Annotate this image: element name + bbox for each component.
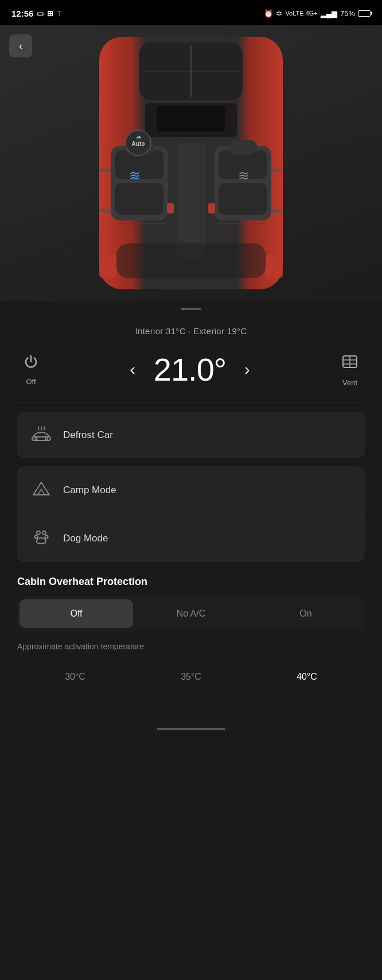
temp-option-35[interactable]: 35°C — [167, 667, 215, 687]
off-label: Off — [26, 377, 36, 386]
temp-decrease-button[interactable]: ‹ — [125, 361, 139, 379]
defrost-label: Defrost Car — [63, 429, 113, 441]
defrost-item[interactable]: Defrost Car — [17, 412, 365, 458]
svg-rect-26 — [266, 255, 283, 278]
modes-card: Camp Mode Dog Mode — [17, 466, 365, 562]
svg-rect-16 — [208, 203, 215, 214]
temperature-value: 21.0° — [154, 351, 226, 388]
svg-text:☁: ☁ — [135, 133, 142, 140]
scroll-indicator — [0, 301, 382, 315]
back-chevron-icon: ‹ — [19, 40, 22, 52]
dog-mode-item[interactable]: Dog Mode — [17, 514, 365, 562]
bluetooth-icon: ✲ — [276, 9, 282, 18]
svg-rect-28 — [100, 209, 111, 212]
gallery-icon: ⊞ — [47, 9, 53, 18]
svg-rect-15 — [167, 203, 174, 214]
svg-text:≋: ≋ — [238, 168, 250, 183]
svg-rect-30 — [271, 209, 282, 212]
svg-rect-29 — [271, 169, 282, 172]
overheat-option-on[interactable]: On — [249, 599, 362, 628]
temp-option-30[interactable]: 30°C — [51, 667, 99, 687]
svg-point-38 — [37, 531, 40, 534]
svg-rect-14 — [228, 140, 257, 154]
activation-label: Approximate activation temperature — [17, 642, 365, 651]
power-off-button[interactable]: Off — [23, 354, 39, 386]
temp-increase-button[interactable]: › — [240, 361, 254, 379]
svg-rect-25 — [99, 255, 116, 278]
temp-info-text: Interior 31°C · Exterior 19°C — [135, 326, 247, 336]
dog-label: Dog Mode — [63, 533, 108, 544]
tesla-icon: T — [57, 9, 61, 18]
battery-icon — [358, 10, 371, 17]
camp-icon — [31, 479, 52, 501]
overheat-option-off[interactable]: Off — [20, 599, 133, 628]
alarm-icon: ⏰ — [264, 9, 273, 18]
battery-percent: 75% — [340, 9, 355, 18]
svg-rect-9 — [115, 183, 163, 215]
temp-adjuster: ‹ 21.0° › — [125, 351, 254, 388]
svg-rect-6 — [157, 106, 225, 131]
vent-label: Vent — [342, 378, 357, 387]
separator-1 — [17, 402, 365, 402]
svg-text:Auto: Auto — [132, 141, 145, 147]
vent-button[interactable]: Vent — [341, 353, 359, 387]
car-image-area: ‹ — [0, 25, 382, 301]
svg-point-39 — [42, 531, 46, 534]
svg-point-40 — [35, 536, 38, 539]
temp-options: 30°C 35°C 40°C — [17, 663, 365, 696]
svg-point-37 — [45, 437, 48, 440]
defrost-card: Defrost Car — [17, 412, 365, 458]
dog-icon — [31, 527, 52, 549]
camp-label: Camp Mode — [63, 485, 116, 496]
back-button[interactable]: ‹ — [9, 34, 32, 57]
overheat-option-noac[interactable]: No A/C — [134, 599, 248, 628]
svg-point-36 — [35, 437, 37, 440]
home-bar — [157, 728, 225, 730]
wifi-bars-icon: ▂▄▆ — [321, 9, 337, 18]
home-indicator — [0, 719, 382, 735]
status-right: ⏰ ✲ VoLTE 4G+ ▂▄▆ 75% — [264, 9, 371, 18]
status-bar: 12:56 ▭ ⊞ T ⏰ ✲ VoLTE 4G+ ▂▄▆ 75% — [0, 0, 382, 25]
defrost-icon — [31, 424, 52, 446]
phone-icon: ▭ — [37, 9, 44, 18]
car-visual: ≋ ≋ ☁ Auto — [0, 25, 382, 301]
cabin-overheat-title: Cabin Overheat Protection — [17, 576, 365, 588]
svg-rect-5 — [177, 143, 205, 258]
svg-rect-13 — [219, 183, 267, 215]
cabin-overheat-section: Cabin Overheat Protection Off No A/C On … — [17, 576, 365, 696]
car-top-view-svg: ≋ ≋ ☁ Auto — [93, 31, 289, 295]
main-content: Interior 31°C · Exterior 19°C Off ‹ 21.0… — [0, 315, 382, 719]
overheat-toggle-group: Off No A/C On — [17, 597, 365, 630]
svg-text:≋: ≋ — [129, 168, 141, 183]
svg-rect-27 — [100, 169, 111, 172]
climate-controls: Off ‹ 21.0° › Vent — [17, 342, 365, 393]
svg-rect-24 — [116, 243, 266, 278]
camp-mode-item[interactable]: Camp Mode — [17, 466, 365, 514]
temp-option-40[interactable]: 40°C — [283, 667, 331, 687]
status-left: 12:56 ▭ ⊞ T — [11, 9, 61, 18]
svg-point-41 — [45, 536, 48, 539]
power-icon — [23, 354, 39, 374]
temp-info: Interior 31°C · Exterior 19°C — [17, 315, 365, 342]
time-display: 12:56 — [11, 9, 33, 18]
signal-icon: VoLTE 4G+ — [285, 10, 317, 17]
scroll-dot — [181, 308, 201, 310]
vent-icon — [341, 353, 359, 375]
